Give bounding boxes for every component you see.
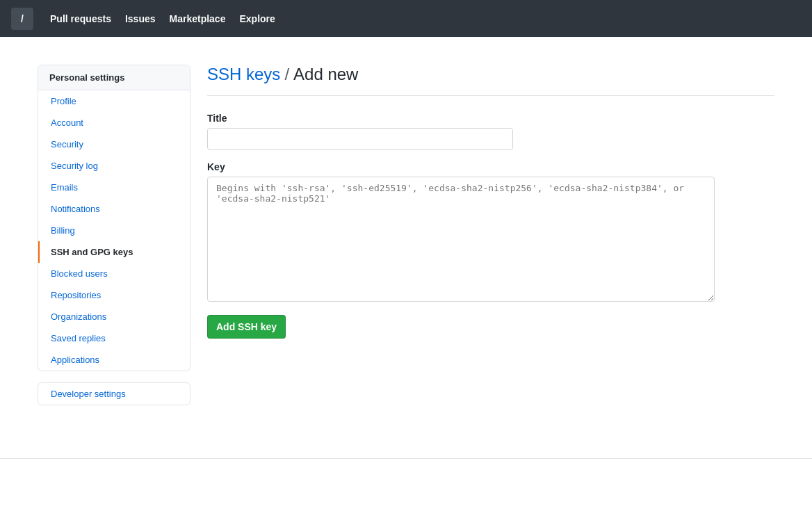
sidebar-link-account[interactable]: Account: [38, 112, 190, 133]
sidebar-link-security-log[interactable]: Security log: [38, 155, 190, 177]
sidebar: Personal settings Profile Account Securi…: [38, 65, 190, 416]
footer-divider: [0, 458, 812, 473]
sidebar-link-profile[interactable]: Profile: [38, 90, 190, 112]
sidebar-item-security: Security: [38, 133, 190, 155]
nav-pull-requests[interactable]: Pull requests: [44, 9, 117, 29]
sidebar-item-organizations: Organizations: [38, 306, 190, 327]
sidebar-link-repositories[interactable]: Repositories: [38, 284, 190, 306]
navbar-nav: Pull requests Issues Marketplace Explore: [44, 13, 281, 24]
page-header: SSH keys/Add new: [207, 65, 774, 96]
sidebar-link-developer-settings[interactable]: Developer settings: [38, 383, 190, 405]
logo-text: /: [21, 13, 24, 24]
key-form-group: Key: [207, 161, 774, 304]
sidebar-item-emails: Emails: [38, 177, 190, 198]
title-label: Title: [207, 113, 774, 124]
sidebar-item-repositories: Repositories: [38, 284, 190, 306]
navbar-logo[interactable]: /: [11, 8, 33, 30]
sidebar-link-billing[interactable]: Billing: [38, 220, 190, 241]
sidebar-item-blocked-users: Blocked users: [38, 263, 190, 284]
sidebar-link-security[interactable]: Security: [38, 133, 190, 155]
ssh-keys-breadcrumb-link[interactable]: SSH keys: [207, 65, 280, 83]
nav-issues[interactable]: Issues: [120, 9, 161, 29]
sidebar-link-emails[interactable]: Emails: [38, 177, 190, 198]
title-form-group: Title: [207, 113, 774, 150]
sidebar-link-notifications[interactable]: Notifications: [38, 198, 190, 220]
sidebar-link-organizations[interactable]: Organizations: [38, 306, 190, 327]
add-ssh-key-button[interactable]: Add SSH key: [207, 315, 286, 339]
add-ssh-key-form: Title Key Add SSH key: [207, 113, 774, 339]
breadcrumb-separator: /: [284, 65, 289, 83]
sidebar-item-applications: Applications: [38, 349, 190, 371]
sidebar-item-notifications: Notifications: [38, 198, 190, 220]
sidebar-item-billing: Billing: [38, 220, 190, 241]
personal-settings-header: Personal settings: [38, 65, 190, 90]
sidebar-item-account: Account: [38, 112, 190, 133]
main-content: SSH keys/Add new Title Key Add SSH key: [207, 65, 774, 350]
navbar: / Pull requests Issues Marketplace Explo…: [0, 0, 812, 37]
page-title: SSH keys/Add new: [207, 65, 774, 84]
title-input[interactable]: [207, 128, 513, 150]
nav-explore[interactable]: Explore: [234, 9, 280, 29]
sidebar-item-security-log: Security log: [38, 155, 190, 177]
sidebar-link-saved-replies[interactable]: Saved replies: [38, 327, 190, 349]
developer-settings-nav: Developer settings: [38, 383, 190, 405]
sidebar-item-developer-settings: Developer settings: [38, 383, 190, 405]
key-label: Key: [207, 161, 774, 172]
main-container: Personal settings Profile Account Securi…: [24, 65, 788, 416]
nav-marketplace[interactable]: Marketplace: [164, 9, 232, 29]
developer-settings-section: Developer settings: [38, 382, 190, 405]
sidebar-item-ssh-gpg: SSH and GPG keys: [38, 241, 190, 263]
sidebar-item-saved-replies: Saved replies: [38, 327, 190, 349]
key-textarea[interactable]: [207, 177, 715, 302]
sidebar-item-profile: Profile: [38, 90, 190, 112]
personal-settings-nav: Profile Account Security Security log Em…: [38, 90, 190, 371]
personal-settings-section: Personal settings Profile Account Securi…: [38, 65, 190, 371]
sidebar-link-blocked-users[interactable]: Blocked users: [38, 263, 190, 284]
sidebar-link-ssh-gpg[interactable]: SSH and GPG keys: [38, 241, 190, 263]
page-subtitle: Add new: [293, 65, 358, 83]
sidebar-link-applications[interactable]: Applications: [38, 349, 190, 371]
submit-group: Add SSH key: [207, 315, 774, 339]
